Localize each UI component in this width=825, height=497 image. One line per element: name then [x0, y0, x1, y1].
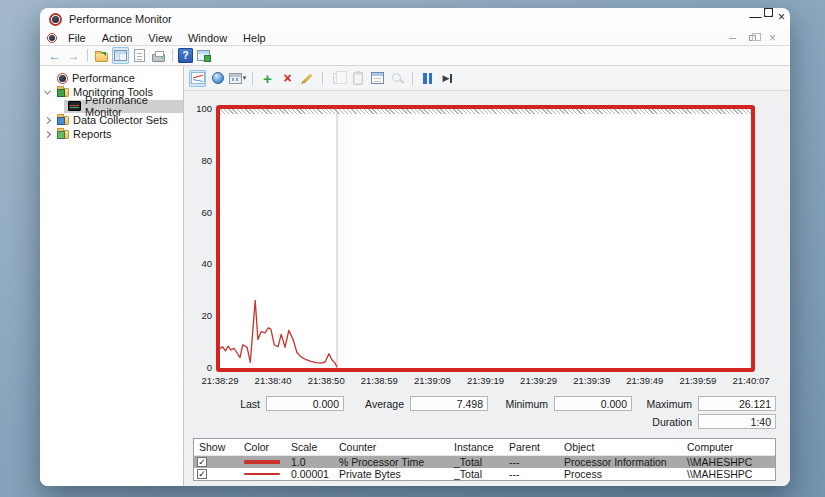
sidebar-item-data-collector-sets[interactable]: Data Collector Sets — [40, 113, 183, 127]
x-axis: 21:38:2921:38:4021:38:5021:38:5921:39:09… — [184, 375, 790, 387]
performance-monitor-icon — [68, 101, 81, 111]
y-axis: 100806040200 — [184, 66, 214, 486]
new-window-icon[interactable] — [195, 47, 212, 64]
counter-color-swatch — [244, 460, 280, 464]
chevron-down-icon: ▾ — [243, 74, 247, 82]
legend-column-scale[interactable]: Scale — [286, 441, 334, 453]
y-tick-label: 60 — [186, 207, 212, 218]
console-tree-panel: PerformanceMonitoring ToolsPerformance M… — [40, 66, 184, 486]
duration-label: Duration — [644, 416, 692, 428]
zoom-icon — [389, 70, 406, 87]
update-data-icon[interactable]: ▶ — [439, 70, 456, 87]
x-tick-label: 21:39:09 — [414, 375, 451, 386]
maximum-label: Maximum — [644, 398, 692, 410]
app-window: Performance Monitor —× FileActionViewWin… — [40, 8, 790, 486]
show-console-tree-icon[interactable] — [112, 47, 129, 64]
legend-column-show[interactable]: Show — [194, 441, 239, 453]
freeze-display-icon[interactable] — [419, 70, 436, 87]
legend-column-object[interactable]: Object — [559, 441, 682, 453]
legend-cell-counter: Private Bytes — [334, 468, 449, 480]
perfmon-app-icon — [57, 73, 68, 84]
x-tick-label: 21:39:39 — [573, 375, 610, 386]
sidebar-item-reports[interactable]: Reports — [40, 127, 183, 141]
sidebar-item-performance[interactable]: Performance — [40, 71, 183, 85]
x-tick-label: 21:38:59 — [361, 375, 398, 386]
maximize-button[interactable] — [764, 8, 773, 17]
show-counter-checkbox[interactable]: ✓ — [197, 457, 207, 467]
x-tick-label: 21:38:40 — [255, 375, 292, 386]
properties-icon[interactable] — [369, 70, 386, 87]
menu-help[interactable]: Help — [235, 32, 274, 44]
legend-cell-computer: \\MAHESHPC — [682, 468, 775, 480]
help-icon[interactable]: ? — [178, 48, 193, 63]
minimize-button[interactable]: — — [747, 8, 764, 25]
copy-properties-icon — [329, 70, 346, 87]
chevron-down-icon[interactable] — [44, 87, 51, 94]
back-icon[interactable]: ← — [46, 47, 63, 64]
duration-value: 1:40 — [698, 414, 776, 429]
forward-icon[interactable]: → — [65, 47, 82, 64]
sidebar-item-label: Reports — [73, 128, 112, 140]
menu-window[interactable]: Window — [180, 32, 235, 44]
plot-area[interactable] — [220, 109, 751, 368]
chart-highlight-border — [216, 105, 755, 372]
y-tick-label: 20 — [186, 310, 212, 321]
maximum-value: 26.121 — [698, 396, 776, 411]
mmc-close-icon[interactable]: × — [764, 29, 781, 46]
show-counter-checkbox[interactable]: ✓ — [197, 469, 207, 479]
close-button[interactable]: × — [773, 8, 790, 25]
legend-cell-object: Processor Information — [559, 456, 682, 468]
sidebar-item-performance-monitor[interactable]: Performance Monitor — [40, 99, 183, 113]
add-counter-icon[interactable]: + — [259, 70, 276, 87]
mmc-child-window-controls: –× — [724, 29, 790, 46]
menu-action[interactable]: Action — [94, 32, 141, 44]
legend-column-counter[interactable]: Counter — [334, 441, 449, 453]
x-tick-label: 21:39:59 — [679, 375, 716, 386]
legend-column-color[interactable]: Color — [239, 441, 286, 453]
sidebar-item-label: Data Collector Sets — [73, 114, 168, 126]
export-list-icon[interactable] — [93, 47, 110, 64]
window-controls: —× — [747, 8, 790, 30]
folder-data-icon — [57, 116, 69, 125]
legend-cell-instance: _Total — [449, 456, 504, 468]
sidebar-item-label: Performance — [72, 72, 135, 84]
chevron-right-icon[interactable] — [44, 116, 51, 123]
y-tick-label: 40 — [186, 258, 212, 269]
average-value: 7.498 — [410, 396, 488, 411]
title-bar[interactable]: Performance Monitor —× — [40, 8, 790, 30]
menu-file[interactable]: File — [60, 32, 94, 44]
legend-column-computer[interactable]: Computer — [682, 441, 775, 453]
minimum-value: 0.000 — [554, 396, 632, 411]
properties-window-icon[interactable] — [131, 47, 148, 64]
x-tick-label: 21:39:29 — [520, 375, 557, 386]
menu-view[interactable]: View — [140, 32, 180, 44]
highlight-icon[interactable] — [299, 70, 316, 87]
mmc-restore-icon[interactable] — [749, 35, 756, 41]
toolbar-separator — [172, 49, 173, 62]
menu-bar: FileActionViewWindowHelp –× — [40, 30, 790, 46]
legend-row[interactable]: ✓0.00001Private Bytes_Total---Process\\M… — [194, 468, 775, 480]
counter-legend-table: ShowColorScaleCounterInstanceParentObjec… — [193, 438, 776, 481]
folder-reports-icon — [57, 130, 69, 139]
chevron-right-icon[interactable] — [44, 130, 51, 137]
legend-row[interactable]: ✓1.0% Processor Time_Total---Processor I… — [194, 456, 775, 468]
chart-toolbar: ▾+×▶ — [184, 66, 790, 91]
app-icon — [49, 13, 62, 26]
average-label: Average — [356, 398, 404, 410]
last-label: Last — [212, 398, 260, 410]
delete-counter-icon[interactable]: × — [279, 70, 296, 87]
legend-column-parent[interactable]: Parent — [504, 441, 559, 453]
console-body: PerformanceMonitoring ToolsPerformance M… — [40, 66, 790, 486]
toolbar-separator — [87, 49, 88, 62]
print-icon[interactable] — [150, 47, 167, 64]
legend-column-instance[interactable]: Instance — [449, 441, 504, 453]
desktop-background: Performance Monitor —× FileActionViewWin… — [0, 0, 825, 497]
change-graph-type-icon[interactable]: ▾ — [229, 70, 246, 87]
legend-header-row: ShowColorScaleCounterInstanceParentObjec… — [194, 439, 775, 456]
x-tick-label: 21:38:50 — [308, 375, 345, 386]
chart-canvas — [220, 109, 751, 368]
legend-cell-parent: --- — [504, 468, 559, 480]
stats-row: Last 0.000 Average 7.498 Minimum 0.000 M… — [212, 396, 776, 411]
mmc-minimize-icon[interactable]: – — [724, 29, 741, 46]
legend-cell-instance: _Total — [449, 468, 504, 480]
